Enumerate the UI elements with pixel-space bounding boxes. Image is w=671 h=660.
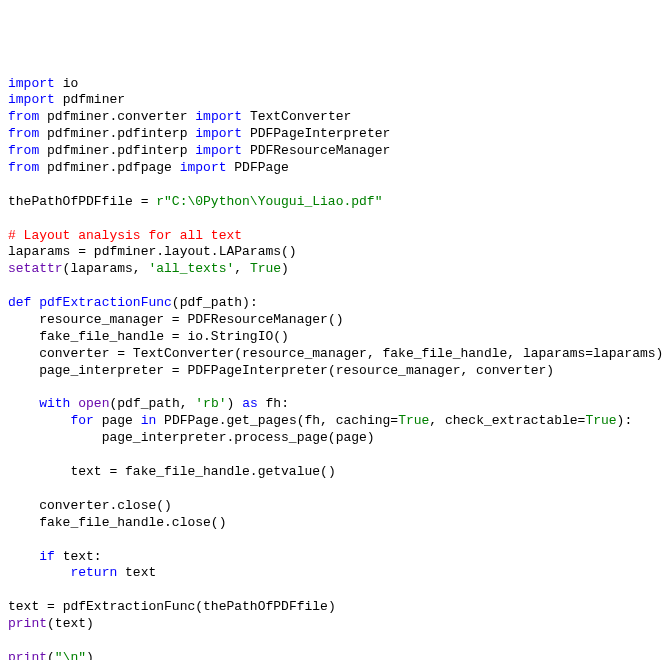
keyword-import: import — [180, 160, 227, 175]
symbol: PDFPageInterpreter — [250, 126, 390, 141]
call: PDFPageInterpreter(resource_manager, con… — [187, 363, 554, 378]
call: pdfExtractionFunc — [63, 599, 196, 614]
keyword-import: import — [195, 143, 242, 158]
keyword-in: in — [141, 413, 157, 428]
arg: thePathOfPDFfile — [203, 599, 328, 614]
call: io.StringIO() — [187, 329, 288, 344]
var: thePathOfPDFfile — [8, 194, 133, 209]
call: TextConverter(resource_manager, fake_fil… — [133, 346, 664, 361]
var: text — [125, 565, 156, 580]
keyword-def: def — [8, 295, 31, 310]
keyword-return: return — [70, 565, 117, 580]
builtin-print: print — [8, 616, 47, 631]
keyword-import: import — [8, 92, 55, 107]
module-path: pdfminer.pdfinterp — [47, 143, 187, 158]
keyword-from: from — [8, 126, 39, 141]
var: fake_file_handle — [39, 329, 164, 344]
equals: = — [164, 312, 187, 327]
call: page_interpreter.process_page(page) — [102, 430, 375, 445]
param: pdf_path — [180, 295, 242, 310]
keyword-import: import — [195, 109, 242, 124]
var: page — [102, 413, 133, 428]
keyword-from: from — [8, 109, 39, 124]
var: text — [70, 464, 101, 479]
keyword-as: as — [242, 396, 258, 411]
symbol: TextConverter — [250, 109, 351, 124]
equals: = — [102, 464, 125, 479]
var: text — [8, 599, 39, 614]
string-literal: r"C:\0Python\Yougui_Liao.pdf" — [156, 194, 382, 209]
var: page_interpreter — [39, 363, 164, 378]
arg: pdf_path — [117, 396, 179, 411]
equals: = — [133, 194, 156, 209]
keyword-with: with — [39, 396, 70, 411]
var: fh — [266, 396, 282, 411]
equals: = — [164, 363, 187, 378]
keyword-import: import — [195, 126, 242, 141]
var: converter — [39, 346, 109, 361]
string-literal: "\n" — [55, 650, 86, 660]
symbol: PDFPage — [234, 160, 289, 175]
module-path: pdfminer.pdfpage — [47, 160, 172, 175]
equals: = — [109, 346, 132, 361]
text: , check_extractable= — [429, 413, 585, 428]
equals: = — [164, 329, 187, 344]
equals: = — [70, 244, 93, 259]
builtin-setattr: setattr — [8, 261, 63, 276]
builtin-print: print — [8, 650, 47, 660]
call: pdfminer.layout.LAParams() — [94, 244, 297, 259]
string-literal: 'all_texts' — [148, 261, 234, 276]
keyword-from: from — [8, 160, 39, 175]
comment: # Layout analysis for all text — [8, 228, 242, 243]
var: text — [63, 549, 94, 564]
arg: text — [55, 616, 86, 631]
module-io: io — [63, 76, 79, 91]
equals: = — [39, 599, 62, 614]
string-literal: 'rb' — [195, 396, 226, 411]
code-block: import io import pdfminer from pdfminer.… — [8, 76, 663, 660]
keyword-import: import — [8, 76, 55, 91]
keyword-for: for — [70, 413, 93, 428]
const-true: True — [250, 261, 281, 276]
var: resource_manager — [39, 312, 164, 327]
call: converter.close() — [39, 498, 172, 513]
arg: laparams — [70, 261, 132, 276]
symbol: PDFResourceManager — [250, 143, 390, 158]
builtin-open: open — [78, 396, 109, 411]
const-true: True — [398, 413, 429, 428]
const-true: True — [585, 413, 616, 428]
module-pdfminer: pdfminer — [63, 92, 125, 107]
module-path: pdfminer.pdfinterp — [47, 126, 187, 141]
call: fake_file_handle.getvalue() — [125, 464, 336, 479]
keyword-if: if — [39, 549, 55, 564]
call: fake_file_handle.close() — [39, 515, 226, 530]
module-path: pdfminer.converter — [47, 109, 187, 124]
keyword-from: from — [8, 143, 39, 158]
var: laparams — [8, 244, 70, 259]
call: PDFResourceManager() — [187, 312, 343, 327]
call: PDFPage.get_pages(fh, caching= — [164, 413, 398, 428]
func-def-name: pdfExtractionFunc — [39, 295, 172, 310]
